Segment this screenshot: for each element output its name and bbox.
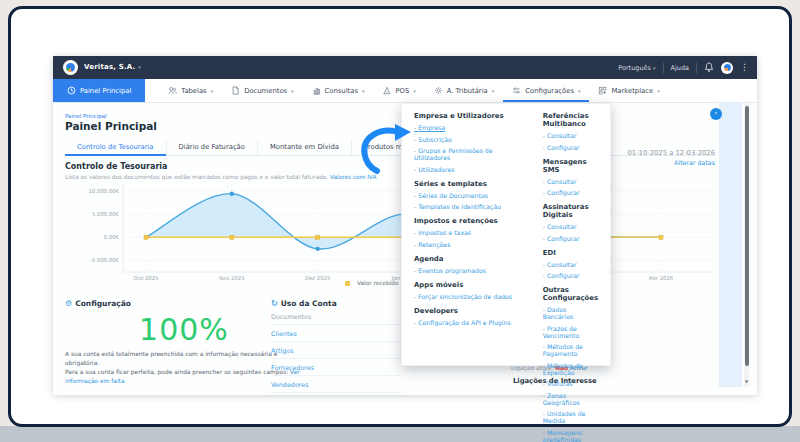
- dropdown-item-s-ries-de-documentos[interactable]: Séries de Documentos: [414, 192, 531, 199]
- chevron-down-icon: ▾: [653, 65, 656, 71]
- company-logo-icon: [66, 63, 75, 72]
- breadcrumb[interactable]: Painel Principal: [65, 113, 107, 119]
- kebab-menu-icon[interactable]: ⋮: [740, 63, 749, 72]
- company-name[interactable]: Veritas, S.A. ▾: [84, 63, 141, 71]
- chart-icon: [312, 86, 321, 95]
- svg-text:-5.000,00€: -5.000,00€: [90, 257, 119, 263]
- chevron-down-icon: ▾: [291, 88, 294, 94]
- svg-text:Abr 2026: Abr 2026: [649, 275, 674, 281]
- nav-item-pos[interactable]: POS▾: [373, 79, 424, 102]
- dropdown-item-templates-de-identifica-o[interactable]: Templates de Identificação: [414, 203, 531, 210]
- vertical-scrollbar[interactable]: ▼: [744, 103, 749, 387]
- nav-item-label: Tabelas: [181, 87, 206, 95]
- dropdown-group-title: Assinaturas Digitais: [543, 203, 598, 219]
- dropdown-group-title: Apps móveis: [414, 281, 531, 289]
- dropdown-item-dados-banc-rios[interactable]: Dados Bancários: [543, 306, 598, 320]
- dropdown-item-utilizadores[interactable]: Utilizadores: [414, 166, 531, 173]
- dropdown-group-title: EDI: [543, 249, 598, 257]
- dropdown-item-configurar[interactable]: Configurar: [543, 144, 598, 151]
- dropdown-item-consultar[interactable]: Consultar: [543, 178, 598, 185]
- dropdown-item-configurar[interactable]: Configurar: [543, 235, 598, 242]
- desk-surface: [0, 426, 800, 442]
- nav-item-configura-es[interactable]: Configurações▾: [503, 79, 589, 102]
- dropdown-item-m-todos-de-expedi-o[interactable]: Métodos de Expedição: [543, 362, 598, 376]
- dropdown-item-consultar[interactable]: Consultar: [543, 223, 598, 230]
- nav-item-label: Consultas: [325, 87, 358, 95]
- nav-item-a-tribut-ria[interactable]: A. Tributária▾: [425, 79, 504, 102]
- dropdown-item-consultar[interactable]: Consultar: [543, 132, 598, 139]
- language-selector[interactable]: Português ▾: [618, 64, 655, 72]
- company-logo[interactable]: [63, 60, 78, 75]
- usage-item-fornecedores[interactable]: Fornecedores: [271, 359, 401, 376]
- dropdown-item-viaturas[interactable]: Viaturas: [543, 380, 598, 387]
- dropdown-group-title: Agenda: [414, 255, 531, 263]
- dropdown-item-eventos-programados[interactable]: Eventos programados: [414, 267, 531, 274]
- account-usage-card: ↻Uso da Conta DocumentosClientesArtigosF…: [271, 299, 401, 393]
- grid-plus-icon: [598, 86, 607, 95]
- dropdown-item-prazos-de-vencimento[interactable]: Prazos de Vencimento: [543, 325, 598, 339]
- tab-controlo-de-tesouraria[interactable]: Controlo de Tesouraria: [65, 140, 167, 155]
- dropdown-group-title: Séries e templates: [414, 180, 531, 188]
- main-nav: Painel PrincipalTabelas▾Documentos▾Consu…: [53, 79, 757, 103]
- usage-item-vendedores[interactable]: Vendedores: [271, 376, 401, 393]
- dropdown-item-consultar[interactable]: Consultar: [543, 261, 598, 268]
- nav-item-marketplace[interactable]: Marketplace▾: [589, 79, 668, 102]
- tab-di-rio-de-fatura-o[interactable]: Diário de Faturação: [167, 140, 258, 155]
- help-link[interactable]: Ajuda: [671, 64, 689, 72]
- dropdown-item-impostos-e-taxas[interactable]: Impostos e taxas: [414, 229, 531, 236]
- dropdown-item-for-ar-sincroniza-o-de-dados[interactable]: Forçar sincronização de dados: [414, 293, 531, 300]
- divider: [663, 63, 664, 73]
- collapse-panel-button[interactable]: ‹: [710, 108, 722, 120]
- chevron-down-icon: ▾: [413, 88, 416, 94]
- nav-item-tabelas[interactable]: Tabelas▾: [159, 79, 222, 102]
- nav-item-label: Configurações: [525, 87, 574, 95]
- nav-item-painel-principal[interactable]: Painel Principal: [53, 79, 145, 102]
- chevron-down-icon: ▾: [578, 88, 581, 94]
- dropdown-item-mensagens-predefinidas[interactable]: Mensagens predefinidas: [543, 429, 598, 442]
- usage-card-header: ↻Uso da Conta: [271, 299, 401, 308]
- dropdown-group-title: Impostos e retenções: [414, 217, 531, 225]
- configuration-card: ⚙Configuração 100% A sua conta está tota…: [65, 299, 303, 385]
- bell-icon[interactable]: [704, 62, 714, 73]
- tax-icon: [434, 86, 443, 95]
- pos-icon: [382, 86, 391, 95]
- tab-montante-em-d-vida[interactable]: Montante em Dívida: [258, 140, 352, 155]
- scrollbar-thumb[interactable]: [745, 106, 749, 366]
- document-icon: [231, 86, 240, 95]
- dropdown-item-unidades-de-medida[interactable]: Unidades de Medida: [543, 410, 598, 424]
- svg-text:0,00€: 0,00€: [104, 234, 120, 240]
- section-subtitle-text: Lista os valores dos documentos que estã…: [65, 174, 328, 180]
- refresh-icon: ↻: [271, 299, 278, 308]
- dropdown-item-subscri-o[interactable]: Subscrição: [414, 136, 531, 143]
- user-avatar[interactable]: [721, 62, 733, 74]
- dropdown-item-empresa[interactable]: Empresa: [414, 124, 531, 131]
- usage-item-artigos[interactable]: Artigos: [271, 342, 401, 359]
- dropdown-item-reten-es[interactable]: Retenções: [414, 241, 531, 248]
- legend-label: Valor recebido: [357, 280, 399, 286]
- dropdown-group-title: Empresa e Utilizadores: [414, 112, 531, 120]
- users-icon: [168, 86, 177, 95]
- chevron-down-icon: ▾: [211, 88, 214, 94]
- dropdown-group-title: Outras Configurações: [543, 286, 598, 302]
- dropdown-item-grupos-e-permiss-es-de-utilizadores[interactable]: Grupos e Permissões de Utilizadores: [414, 147, 531, 161]
- usage-item-clientes[interactable]: Clientes: [271, 325, 401, 342]
- dropdown-group-title: Referências Multibanco: [543, 112, 598, 128]
- dropdown-item-configurar[interactable]: Configurar: [543, 189, 598, 196]
- nav-item-consultas[interactable]: Consultas▾: [303, 79, 374, 102]
- scrollbar-down-arrow[interactable]: ▼: [744, 379, 749, 384]
- usage-item-documentos: Documentos: [271, 308, 401, 325]
- dropdown-item-configura-o-da-api-e-plugins[interactable]: Configuração da API e Plugins: [414, 319, 531, 326]
- section-subtitle: Lista os valores dos documentos que estã…: [65, 174, 376, 180]
- dropdown-item-zonas-geogr-ficos[interactable]: Zonas Geográficos: [543, 392, 598, 406]
- right-side-panel: [719, 103, 742, 387]
- dropdown-item-configurar[interactable]: Configurar: [543, 272, 598, 279]
- divider: [696, 63, 697, 73]
- nav-item-documentos[interactable]: Documentos▾: [222, 79, 302, 102]
- dropdown-item-m-todos-de-pagamento[interactable]: Métodos de Pagamento: [543, 343, 598, 357]
- sliders-icon: [512, 86, 521, 95]
- annotation-arrow-icon: [351, 122, 413, 178]
- dropdown-column-1: Empresa e UtilizadoresEmpresaSubscriçãoG…: [414, 112, 531, 357]
- chevron-down-icon: ▾: [362, 88, 365, 94]
- nav-item-label: Marketplace: [611, 87, 653, 95]
- nav-item-label: POS: [395, 87, 409, 95]
